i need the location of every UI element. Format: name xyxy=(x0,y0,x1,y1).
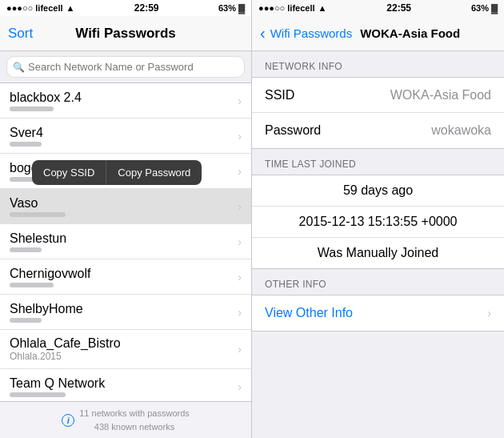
wifi-icon-left: ▲ xyxy=(66,3,75,13)
nav-bar-left: Sort Wifi Passwords xyxy=(0,16,251,51)
battery-icon-right: ▓ xyxy=(491,3,498,13)
search-bar: 🔍 xyxy=(0,51,251,83)
network-info-header: NETWORK INFO xyxy=(252,51,504,77)
time-left: 22:59 xyxy=(134,2,159,14)
list-item[interactable]: bogda › Copy SSID Copy Password xyxy=(0,154,251,189)
battery-percent-right: 63% xyxy=(471,3,489,13)
password-dots xyxy=(10,142,42,147)
time-right: 22:55 xyxy=(386,2,411,14)
timestamp: 2015-12-13 15:13:55 +0000 xyxy=(252,207,504,238)
chevron-icon: › xyxy=(238,94,242,107)
network-name: Sver4 xyxy=(10,126,43,140)
sort-button[interactable]: Sort xyxy=(8,26,33,42)
chevron-icon: › xyxy=(487,307,491,319)
copy-ssid-button[interactable]: Copy SSID xyxy=(32,160,106,185)
network-sub: Ohlala.2015 xyxy=(10,351,121,362)
chevron-icon: › xyxy=(238,306,242,319)
network-name: Shelestun xyxy=(10,231,66,246)
password-dots xyxy=(10,212,66,217)
status-right-battery: 63% ▓ xyxy=(471,3,498,13)
network-name: Vaso xyxy=(10,196,66,211)
copy-password-button[interactable]: Copy Password xyxy=(106,160,202,185)
ssid-value: WOKA-Asia Food xyxy=(390,88,491,102)
network-name: Ohlala_Cafe_Bistro xyxy=(10,336,121,351)
list-item[interactable]: Shelestun › xyxy=(0,224,251,259)
list-item[interactable]: blackbox 2.4 › xyxy=(0,83,251,119)
context-menu: Copy SSID Copy Password xyxy=(32,160,202,185)
password-dots xyxy=(10,318,42,323)
status-bar-left: ●●●○○ lifecell ▲ 22:59 63% ▓ xyxy=(0,0,251,16)
list-item[interactable]: Ohlala_Cafe_Bistro Ohlala.2015 › xyxy=(0,330,251,369)
password-value: wokawoka xyxy=(431,123,491,138)
network-name: Team Q Network xyxy=(10,376,105,391)
status-left: ●●●○○ lifecell ▲ xyxy=(6,3,74,13)
view-other-info-row[interactable]: View Other Info › xyxy=(252,295,504,331)
search-input[interactable] xyxy=(6,56,245,78)
list-item[interactable]: Team Q Network › xyxy=(0,369,251,401)
chevron-icon: › xyxy=(238,165,242,178)
detail-content: NETWORK INFO SSID WOKA-Asia Food Passwor… xyxy=(252,51,504,438)
password-dots xyxy=(10,247,42,252)
back-button[interactable]: Wifi Passwords xyxy=(270,26,353,40)
password-dots xyxy=(10,283,54,287)
days-ago: 59 days ago xyxy=(252,175,504,207)
search-icon: 🔍 xyxy=(13,62,25,73)
view-other-info-label: View Other Info xyxy=(265,306,353,320)
chevron-icon: › xyxy=(238,271,242,283)
ssid-row: SSID WOKA-Asia Food xyxy=(252,78,504,113)
carrier-left: ●●●○○ lifecell xyxy=(6,3,63,13)
carrier-right: ●●●○○ lifecell xyxy=(258,3,315,13)
networks-count: 11 networks with passwords xyxy=(79,407,190,420)
network-info-section: SSID WOKA-Asia Food Password wokawoka xyxy=(252,77,504,149)
page-title-right: WOKA-Asia Food xyxy=(360,26,460,40)
join-type: Was Manually Joined xyxy=(252,238,504,268)
ssid-label: SSID xyxy=(265,88,294,102)
battery-icon-left: ▓ xyxy=(238,3,245,13)
nav-bar-right: ‹ Wifi Passwords WOKA-Asia Food xyxy=(252,16,504,51)
network-name: blackbox 2.4 xyxy=(10,90,82,105)
back-arrow-icon: ‹ xyxy=(260,24,266,42)
chevron-icon: › xyxy=(238,200,242,213)
network-name: ShelbyHome xyxy=(10,302,83,316)
battery-percent-left: 63% xyxy=(218,3,236,13)
time-last-joined-header: TIME LAST JOINED xyxy=(252,149,504,175)
left-panel: ●●●○○ lifecell ▲ 22:59 63% ▓ Sort Wifi P… xyxy=(0,0,252,438)
status-right-left: 63% ▓ xyxy=(218,3,245,13)
status-right-carrier: ●●●○○ lifecell ▲ xyxy=(258,3,326,13)
list-footer: i 11 networks with passwords 438 known n… xyxy=(0,401,251,438)
right-panel: ●●●○○ lifecell ▲ 22:55 63% ▓ ‹ Wifi Pass… xyxy=(252,0,504,438)
list-item[interactable]: Vaso › xyxy=(0,189,251,224)
chevron-icon: › xyxy=(238,380,242,393)
password-dots xyxy=(10,106,54,111)
password-label: Password xyxy=(265,123,321,138)
list-item[interactable]: Chernigovwolf › xyxy=(0,259,251,295)
chevron-icon: › xyxy=(238,343,242,356)
info-icon: i xyxy=(62,414,74,427)
status-bar-right: ●●●○○ lifecell ▲ 22:55 63% ▓ xyxy=(252,0,504,16)
page-title-left: Wifi Passwords xyxy=(75,26,176,42)
chevron-icon: › xyxy=(238,130,242,143)
password-dots xyxy=(10,392,66,397)
other-info-section: View Other Info › xyxy=(252,295,504,332)
known-networks-count: 438 known networks xyxy=(79,420,190,434)
network-list: blackbox 2.4 › Sver4 › bogda › Copy SSID… xyxy=(0,83,251,401)
password-row: Password wokawoka xyxy=(252,113,504,148)
list-item[interactable]: Sver4 › xyxy=(0,119,251,154)
other-info-header: OTHER INFO xyxy=(252,269,504,295)
network-name: Chernigovwolf xyxy=(10,267,90,281)
chevron-icon: › xyxy=(238,235,242,248)
wifi-icon-right: ▲ xyxy=(318,3,327,13)
time-section: 59 days ago 2015-12-13 15:13:55 +0000 Wa… xyxy=(252,175,504,269)
list-item[interactable]: ShelbyHome › xyxy=(0,295,251,330)
